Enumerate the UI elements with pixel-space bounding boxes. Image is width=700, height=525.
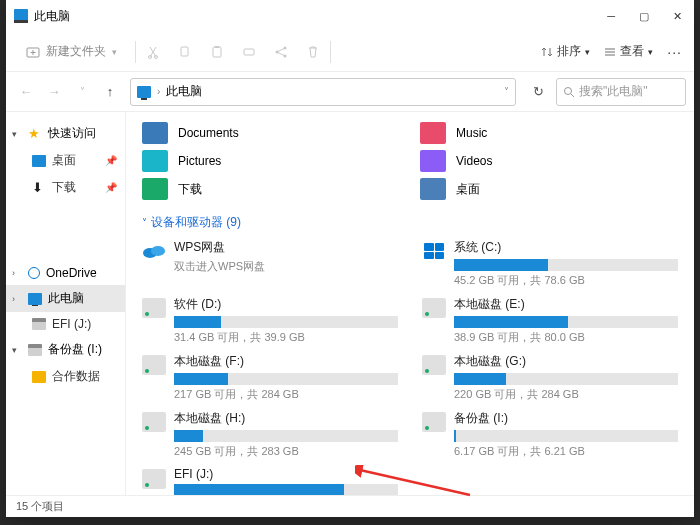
folder-icon — [420, 178, 446, 200]
delete-icon[interactable] — [306, 45, 320, 59]
maximize-button[interactable]: ▢ — [639, 10, 649, 23]
chevron-down-icon: ▾ — [12, 129, 22, 139]
folder-icon — [142, 150, 168, 172]
rename-icon[interactable] — [242, 45, 256, 59]
drive-icon — [422, 412, 446, 432]
back-button[interactable]: ← — [14, 84, 38, 99]
drive-item[interactable]: 软件 (D:)31.4 GB 可用，共 39.9 GB — [142, 296, 398, 345]
drive-free: 45.2 GB 可用，共 78.6 GB — [454, 273, 678, 288]
sidebar-item-thispc[interactable]: › 此电脑 — [6, 285, 125, 312]
sort-button[interactable]: 排序 ▾ — [541, 43, 590, 60]
separator — [330, 41, 331, 63]
drive-name: 本地磁盘 (G:) — [454, 353, 678, 370]
folder-icon — [142, 178, 168, 200]
drive-free: 217 GB 可用，共 284 GB — [174, 387, 398, 402]
folder-label: Pictures — [178, 154, 221, 168]
folder-item[interactable]: 桌面 — [420, 178, 678, 200]
chevron-down-icon[interactable]: ˅ — [504, 86, 509, 97]
paste-icon[interactable] — [210, 45, 224, 59]
edit-actions — [146, 45, 320, 59]
drive-item[interactable]: 本地磁盘 (F:)217 GB 可用，共 284 GB — [142, 353, 398, 402]
section-devices[interactable]: ˅ 设备和驱动器 (9) — [142, 214, 678, 231]
content-pane: DocumentsMusicPicturesVideos下载桌面 ˅ 设备和驱动… — [126, 112, 694, 495]
drive-item[interactable]: 本地磁盘 (E:)38.9 GB 可用，共 80.0 GB — [422, 296, 678, 345]
sidebar: ▾ ★ 快速访问 桌面 📌 ⬇ 下载 📌 › OneDrive › — [6, 112, 126, 495]
drive-item[interactable]: 系统 (C:)45.2 GB 可用，共 78.6 GB — [422, 239, 678, 288]
svg-point-8 — [284, 46, 287, 49]
drive-item[interactable]: WPS网盘双击进入WPS网盘 — [142, 239, 398, 288]
drive-name: 本地磁盘 (E:) — [454, 296, 678, 313]
drive-item[interactable]: 本地磁盘 (H:)245 GB 可用，共 283 GB — [142, 410, 398, 459]
drive-name: 本地磁盘 (F:) — [174, 353, 398, 370]
drive-icon — [32, 318, 46, 330]
sidebar-item-quick-access[interactable]: ▾ ★ 快速访问 — [6, 120, 125, 147]
folder-item[interactable]: Pictures — [142, 150, 400, 172]
folder-plus-icon — [26, 45, 40, 59]
copy-icon[interactable] — [178, 45, 192, 59]
share-icon[interactable] — [274, 45, 288, 59]
search-input[interactable]: 搜索"此电脑" — [556, 78, 686, 106]
folder-icon — [142, 122, 168, 144]
sidebar-item-backup[interactable]: ▾ 备份盘 (I:) — [6, 336, 125, 363]
drive-icon — [422, 298, 446, 318]
drive-item[interactable]: 本地磁盘 (G:)220 GB 可用，共 284 GB — [422, 353, 678, 402]
download-icon: ⬇ — [32, 182, 46, 194]
toolbar: 新建文件夹 ▾ 排序 ▾ 查看 ▾ ··· — [6, 32, 694, 72]
address-bar[interactable]: › 此电脑 ˅ — [130, 78, 516, 106]
file-explorer-window: 此电脑 ─ ▢ ✕ 新建文件夹 ▾ 排序 ▾ — [6, 0, 694, 517]
window-controls: ─ ▢ ✕ — [607, 10, 686, 23]
search-icon — [563, 86, 575, 98]
usage-bar — [174, 484, 398, 495]
up-button[interactable]: ˅ — [70, 86, 94, 97]
usage-bar — [174, 430, 398, 442]
window-title: 此电脑 — [34, 8, 70, 25]
sidebar-item-efi[interactable]: EFI (J:) — [6, 312, 125, 336]
folder-icon — [420, 122, 446, 144]
chevron-right-icon: › — [12, 268, 22, 278]
drive-item[interactable]: EFI (J:)109 MB 可用，共 449 MB — [142, 467, 398, 495]
drive-icon — [142, 355, 166, 375]
wps-icon — [142, 241, 166, 261]
close-button[interactable]: ✕ — [673, 10, 682, 23]
usage-bar — [454, 316, 678, 328]
folder-label: 桌面 — [456, 181, 480, 198]
sidebar-item-onedrive[interactable]: › OneDrive — [6, 261, 125, 285]
folder-item[interactable]: 下载 — [142, 178, 400, 200]
sort-icon — [541, 46, 553, 58]
drive-free: 38.9 GB 可用，共 80.0 GB — [454, 330, 678, 345]
pc-icon — [137, 86, 151, 98]
minimize-button[interactable]: ─ — [607, 10, 615, 23]
svg-point-10 — [565, 87, 572, 94]
usage-bar — [454, 259, 678, 271]
folder-item[interactable]: Music — [420, 122, 678, 144]
new-folder-button[interactable]: 新建文件夹 ▾ — [18, 39, 125, 64]
status-bar: 15 个项目 — [6, 495, 694, 517]
drive-name: EFI (J:) — [174, 467, 398, 481]
drive-name: 备份盘 (I:) — [454, 410, 678, 427]
sidebar-item-coop[interactable]: 合作数据 — [6, 363, 125, 390]
sidebar-item-downloads[interactable]: ⬇ 下载 📌 — [6, 174, 125, 201]
pc-icon — [28, 293, 42, 305]
star-icon: ★ — [28, 128, 42, 140]
drive-icon — [142, 412, 166, 432]
more-button[interactable]: ··· — [667, 44, 682, 60]
usage-bar — [174, 316, 398, 328]
drive-name: 系统 (C:) — [454, 239, 678, 256]
windows-icon — [422, 241, 446, 261]
view-button[interactable]: 查看 ▾ — [604, 43, 653, 60]
refresh-button[interactable]: ↻ — [524, 84, 552, 99]
svg-point-7 — [276, 50, 279, 53]
drive-icon — [142, 298, 166, 318]
sidebar-item-desktop[interactable]: 桌面 📌 — [6, 147, 125, 174]
drive-item[interactable]: 备份盘 (I:)6.17 GB 可用，共 6.21 GB — [422, 410, 678, 459]
folder-item[interactable]: Documents — [142, 122, 400, 144]
cut-icon[interactable] — [146, 45, 160, 59]
drive-icon — [142, 469, 166, 489]
folder-item[interactable]: Videos — [420, 150, 678, 172]
pin-icon: 📌 — [105, 155, 117, 166]
up-dir-button[interactable]: ↑ — [98, 84, 122, 99]
forward-button[interactable]: → — [42, 84, 66, 99]
folder-label: Documents — [178, 126, 239, 140]
svg-rect-3 — [181, 47, 188, 56]
usage-bar — [454, 373, 678, 385]
